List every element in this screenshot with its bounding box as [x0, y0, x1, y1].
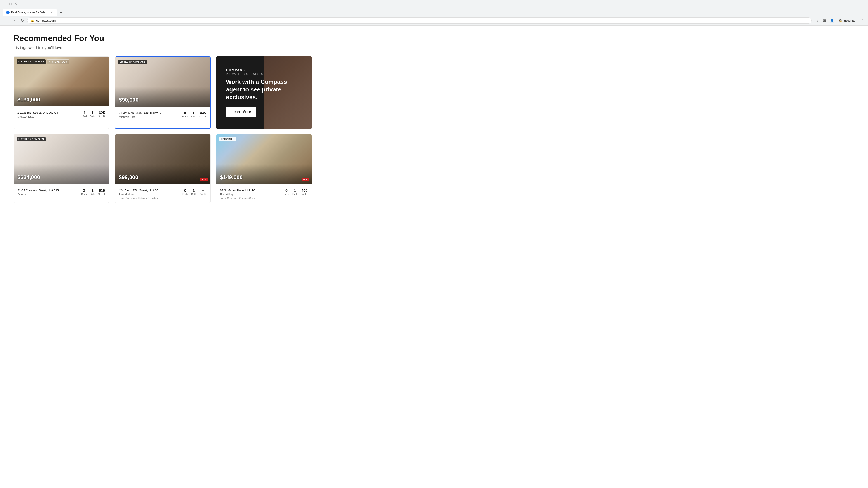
listing-attribution-4: Listing Courtesy of Platinum Properties [119, 197, 207, 199]
url-text: compass.com [36, 19, 808, 22]
incognito-button[interactable]: 🕵 Incognito [837, 18, 858, 23]
listing-address-5: 87 St Marks Place, Unit 4C [220, 189, 284, 193]
back-button[interactable]: ← [3, 18, 9, 24]
listing-baths-2: 1 Bath [191, 111, 196, 118]
listing-details-4: 424 East 115th Street, Unit 3C East Harl… [119, 189, 207, 196]
browser-chrome: ─ □ ✕ Real Estate, Homes for Sale &... ✕… [0, 0, 868, 26]
listing-stats-3: 2 Beds 1 Bath 910 Sq. Ft. [81, 189, 105, 195]
listing-beds-4: 0 Beds [182, 189, 188, 195]
listing-address-3: 31-85 Crescent Street, Unit 315 [18, 189, 81, 193]
beds-label-5: Beds [284, 193, 289, 195]
listing-image-3: LISTED BY COMPASS $634,000 [14, 134, 109, 184]
sqft-value-4: – [199, 189, 207, 193]
baths-label-4: Bath [191, 193, 196, 195]
address-bar[interactable]: 🔒 compass.com [27, 18, 812, 24]
beds-value-5: 0 [284, 189, 289, 193]
listing-image-1: LISTED BY COMPASS VIRTUAL TOUR $130,000 [14, 57, 109, 106]
listings-grid: LISTED BY COMPASS VIRTUAL TOUR $130,000 … [13, 57, 312, 203]
address-bar-row: ← → ↻ 🔒 compass.com ☆ ⊞ 👤 🕵 Incognito ⋮ [0, 16, 868, 25]
listing-neighborhood-2: Midtown East [119, 116, 182, 119]
window-controls: ─ □ ✕ [3, 1, 18, 6]
baths-value-5: 1 [292, 189, 298, 193]
beds-value-3: 2 [81, 189, 87, 193]
lock-icon: 🔒 [31, 19, 34, 22]
section-subtitle: Listings we think you'll love. [13, 45, 312, 50]
beds-value-4: 0 [182, 189, 188, 193]
compass-brand: COMPASS PRIVATE EXCLUSIVES [226, 68, 302, 75]
listing-price-1: $130,000 [18, 96, 40, 103]
listing-beds-5: 0 Beds [284, 189, 289, 195]
baths-label-2: Bath [191, 115, 196, 118]
listing-baths-4: 1 Bath [191, 189, 196, 195]
listing-badges-2: LISTED BY COMPASS [118, 60, 147, 64]
listing-price-2: $90,000 [119, 97, 138, 103]
compass-sub: PRIVATE EXCLUSIVES [226, 72, 302, 75]
listing-baths-3: 1 Bath [90, 189, 95, 195]
listing-attribution-5: Listing Courtesy of Corcoran Group [220, 197, 308, 199]
incognito-icon: 🕵 [839, 19, 842, 22]
listing-address-4: 424 East 115th Street, Unit 3C [119, 189, 182, 193]
listing-card-3[interactable]: LISTED BY COMPASS $634,000 31-85 Crescen… [13, 134, 110, 203]
tab-bar: Real Estate, Homes for Sale &... ✕ + [0, 7, 868, 16]
listing-sqft-3: 910 Sq. Ft. [98, 189, 105, 195]
listing-badges-3: LISTED BY COMPASS [17, 137, 46, 141]
beds-label-4: Beds [182, 193, 188, 195]
listing-details-3: 31-85 Crescent Street, Unit 315 Astoria … [18, 189, 105, 196]
baths-label-3: Bath [90, 193, 95, 195]
listing-address-1: 2 East 55th Street, Unit 807W4 [18, 111, 82, 115]
beds-label-1: Bed [82, 115, 87, 118]
beds-value-2: 0 [182, 111, 188, 115]
baths-value-4: 1 [191, 189, 196, 193]
close-button[interactable]: ✕ [13, 1, 18, 6]
listing-stats-1: 1 Bed 1 Bath 625 Sq. Ft. [82, 111, 105, 118]
new-tab-button[interactable]: + [58, 9, 65, 16]
forward-button[interactable]: → [11, 18, 17, 24]
listing-card-4[interactable]: $99,000 MLS 424 East 115th Street, Unit … [115, 134, 211, 203]
minimize-button[interactable]: ─ [3, 1, 7, 6]
listing-image-4: $99,000 MLS [115, 134, 211, 184]
listed-by-compass-badge-2: LISTED BY COMPASS [118, 60, 147, 64]
virtual-tour-badge: VIRTUAL TOUR [47, 59, 69, 64]
listing-card-1[interactable]: LISTED BY COMPASS VIRTUAL TOUR $130,000 … [13, 57, 110, 129]
beds-label-3: Beds [81, 193, 87, 195]
listing-sqft-2: 445 Sq. Ft. [199, 111, 207, 118]
beds-value-1: 1 [82, 111, 87, 115]
listing-beds-2: 0 Beds [182, 111, 188, 118]
mls-badge-5: MLS [302, 178, 309, 182]
listing-info-5: 87 St Marks Place, Unit 4C East Village … [216, 184, 312, 203]
listing-details-1: 2 East 55th Street, Unit 807W4 Midtown E… [18, 111, 105, 119]
listing-info-1: 2 East 55th Street, Unit 807W4 Midtown E… [14, 106, 109, 122]
baths-label-1: Bath [90, 115, 95, 118]
listing-address-block-4: 424 East 115th Street, Unit 3C East Harl… [119, 189, 182, 196]
tab-favicon [6, 11, 10, 14]
listing-address-block-3: 31-85 Crescent Street, Unit 315 Astoria [18, 189, 81, 196]
tab-grid-button[interactable]: ⊞ [821, 18, 828, 24]
listing-neighborhood-3: Astoria [18, 193, 81, 196]
tab-title: Real Estate, Homes for Sale &... [11, 11, 49, 14]
learn-more-button[interactable]: Learn More [226, 107, 256, 117]
listing-stats-5: 0 Beds 1 Bath 400 Sq. Ft. [284, 189, 308, 195]
listing-card-2[interactable]: LISTED BY COMPASS $90,000 2 East 55th St… [115, 57, 211, 129]
listing-baths-1: 1 Bath [90, 111, 95, 118]
listing-address-block-1: 2 East 55th Street, Unit 807W4 Midtown E… [18, 111, 82, 119]
maximize-button[interactable]: □ [8, 1, 13, 6]
sqft-label-1: Sq. Ft. [98, 115, 105, 118]
refresh-button[interactable]: ↻ [19, 18, 25, 24]
listing-info-3: 31-85 Crescent Street, Unit 315 Astoria … [14, 184, 109, 199]
bookmark-button[interactable]: ☆ [813, 18, 820, 24]
listing-baths-5: 1 Bath [292, 189, 298, 195]
page-content: Recommended For You Listings we think yo… [0, 26, 326, 212]
sqft-value-3: 910 [98, 189, 105, 193]
active-tab[interactable]: Real Estate, Homes for Sale &... ✕ [3, 8, 57, 16]
listing-neighborhood-1: Midtown East [18, 115, 82, 119]
tab-close-button[interactable]: ✕ [50, 10, 54, 15]
section-title: Recommended For You [13, 34, 312, 43]
listing-badges-5: editorial [219, 137, 236, 141]
listing-sqft-4: – Sq. Ft. [199, 189, 207, 195]
listing-card-5[interactable]: editorial $149,000 MLS 87 St Marks Place… [216, 134, 312, 203]
promo-content: COMPASS PRIVATE EXCLUSIVES Work with a C… [226, 68, 302, 117]
menu-button[interactable]: ⋮ [859, 18, 865, 24]
profile-button[interactable]: 👤 [829, 18, 835, 24]
promo-tagline: Work with a Compass agent to see private… [226, 78, 289, 101]
baths-value-1: 1 [90, 111, 95, 115]
